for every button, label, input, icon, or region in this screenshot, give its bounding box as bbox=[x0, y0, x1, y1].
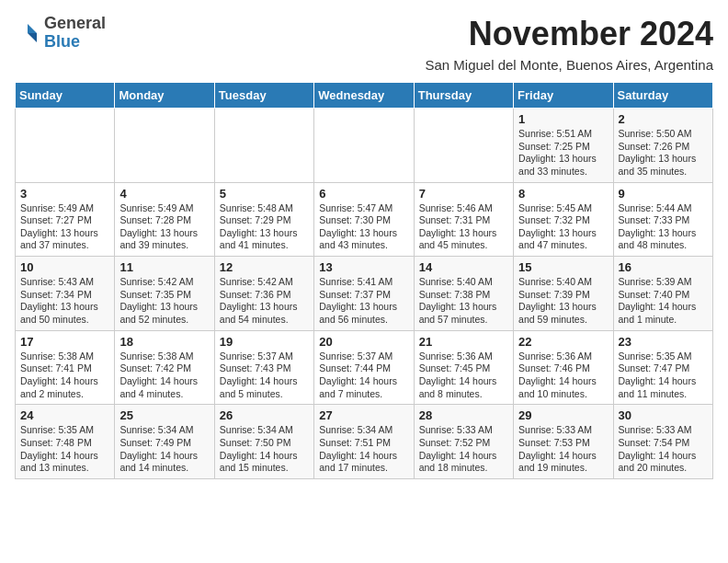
day-info: Sunset: 7:25 PM bbox=[518, 141, 608, 154]
logo-blue: Blue bbox=[44, 33, 106, 52]
day-info: Daylight: 14 hours and 13 minutes. bbox=[20, 450, 109, 475]
day-info: Sunrise: 5:38 AM bbox=[20, 350, 109, 363]
calendar-header: Sunday Monday Tuesday Wednesday Thursday… bbox=[16, 83, 713, 109]
day-number: 8 bbox=[518, 187, 608, 201]
day-number: 1 bbox=[518, 112, 608, 126]
calendar-cell: 16Sunrise: 5:39 AMSunset: 7:40 PMDayligh… bbox=[613, 257, 712, 331]
day-number: 13 bbox=[319, 260, 408, 274]
day-info: Daylight: 14 hours and 11 minutes. bbox=[619, 375, 708, 400]
calendar-cell: 13Sunrise: 5:41 AMSunset: 7:37 PMDayligh… bbox=[314, 257, 414, 331]
day-info: Sunset: 7:32 PM bbox=[518, 214, 608, 227]
calendar-cell bbox=[414, 109, 513, 183]
calendar-cell: 25Sunrise: 5:34 AMSunset: 7:49 PMDayligh… bbox=[115, 405, 214, 479]
header-row: Sunday Monday Tuesday Wednesday Thursday… bbox=[16, 83, 713, 109]
day-number: 18 bbox=[119, 335, 209, 349]
day-info: Sunrise: 5:40 AM bbox=[419, 276, 508, 289]
day-number: 17 bbox=[20, 335, 109, 349]
calendar-cell: 24Sunrise: 5:35 AMSunset: 7:48 PMDayligh… bbox=[16, 405, 115, 479]
day-info: Sunset: 7:36 PM bbox=[220, 289, 309, 302]
day-info: Daylight: 13 hours and 33 minutes. bbox=[518, 153, 608, 178]
calendar-cell: 28Sunrise: 5:33 AMSunset: 7:52 PMDayligh… bbox=[414, 405, 513, 479]
day-number: 5 bbox=[220, 187, 309, 201]
day-info: Sunset: 7:34 PM bbox=[20, 289, 109, 302]
subtitle: San Miguel del Monte, Buenos Aires, Arge… bbox=[15, 57, 713, 73]
col-saturday: Saturday bbox=[613, 83, 712, 109]
calendar-cell bbox=[16, 109, 115, 183]
day-info: Sunrise: 5:35 AM bbox=[20, 424, 109, 437]
logo: General Blue bbox=[15, 15, 106, 52]
day-info: Sunrise: 5:42 AM bbox=[220, 276, 309, 289]
day-info: Sunrise: 5:33 AM bbox=[419, 424, 508, 437]
calendar-cell: 27Sunrise: 5:34 AMSunset: 7:51 PMDayligh… bbox=[314, 405, 414, 479]
day-info: Sunset: 7:44 PM bbox=[319, 362, 408, 375]
day-info: Sunrise: 5:39 AM bbox=[619, 276, 708, 289]
day-info: Sunrise: 5:34 AM bbox=[319, 424, 408, 437]
day-info: Daylight: 14 hours and 19 minutes. bbox=[518, 450, 608, 475]
calendar-cell: 1Sunrise: 5:51 AMSunset: 7:25 PMDaylight… bbox=[514, 109, 613, 183]
day-number: 30 bbox=[619, 408, 708, 422]
day-info: Daylight: 14 hours and 17 minutes. bbox=[319, 450, 408, 475]
day-info: Sunset: 7:35 PM bbox=[119, 289, 209, 302]
day-info: Daylight: 13 hours and 37 minutes. bbox=[20, 227, 109, 252]
day-info: Sunrise: 5:47 AM bbox=[319, 202, 408, 215]
logo-text: General Blue bbox=[44, 15, 106, 52]
day-info: Daylight: 13 hours and 52 minutes. bbox=[119, 301, 209, 326]
day-info: Daylight: 13 hours and 54 minutes. bbox=[220, 301, 309, 326]
calendar-cell: 21Sunrise: 5:36 AMSunset: 7:45 PMDayligh… bbox=[414, 330, 513, 405]
calendar-cell: 7Sunrise: 5:46 AMSunset: 7:31 PMDaylight… bbox=[414, 182, 513, 257]
day-info: Daylight: 14 hours and 15 minutes. bbox=[220, 450, 309, 475]
day-number: 15 bbox=[518, 260, 608, 274]
day-number: 22 bbox=[518, 335, 608, 349]
day-info: Sunrise: 5:33 AM bbox=[619, 424, 708, 437]
calendar-cell: 14Sunrise: 5:40 AMSunset: 7:38 PMDayligh… bbox=[414, 257, 513, 331]
day-info: Sunset: 7:46 PM bbox=[518, 362, 608, 375]
calendar-cell: 22Sunrise: 5:36 AMSunset: 7:46 PMDayligh… bbox=[514, 330, 613, 405]
day-info: Daylight: 13 hours and 59 minutes. bbox=[518, 301, 608, 326]
day-number: 10 bbox=[20, 260, 109, 274]
calendar-cell: 9Sunrise: 5:44 AMSunset: 7:33 PMDaylight… bbox=[613, 182, 712, 257]
day-info: Daylight: 14 hours and 20 minutes. bbox=[619, 450, 708, 475]
col-tuesday: Tuesday bbox=[214, 83, 313, 109]
day-info: Daylight: 13 hours and 47 minutes. bbox=[518, 227, 608, 252]
day-info: Sunrise: 5:51 AM bbox=[518, 128, 608, 141]
day-info: Sunset: 7:53 PM bbox=[518, 437, 608, 450]
calendar-cell: 2Sunrise: 5:50 AMSunset: 7:26 PMDaylight… bbox=[613, 109, 712, 183]
day-info: Sunrise: 5:36 AM bbox=[518, 350, 608, 363]
day-info: Sunrise: 5:49 AM bbox=[119, 202, 209, 215]
calendar-cell: 29Sunrise: 5:33 AMSunset: 7:53 PMDayligh… bbox=[514, 405, 613, 479]
day-info: Daylight: 13 hours and 57 minutes. bbox=[419, 301, 508, 326]
logo-general: General bbox=[44, 15, 106, 33]
calendar-table: Sunday Monday Tuesday Wednesday Thursday… bbox=[15, 82, 713, 479]
day-info: Daylight: 13 hours and 43 minutes. bbox=[319, 227, 408, 252]
calendar-cell: 18Sunrise: 5:38 AMSunset: 7:42 PMDayligh… bbox=[115, 330, 214, 405]
day-info: Sunset: 7:51 PM bbox=[319, 437, 408, 450]
calendar-cell: 20Sunrise: 5:37 AMSunset: 7:44 PMDayligh… bbox=[314, 330, 414, 405]
day-number: 27 bbox=[319, 408, 408, 422]
calendar-body: 1Sunrise: 5:51 AMSunset: 7:25 PMDaylight… bbox=[16, 109, 713, 479]
day-info: Sunset: 7:37 PM bbox=[319, 289, 408, 302]
day-info: Daylight: 14 hours and 10 minutes. bbox=[518, 375, 608, 400]
day-info: Sunset: 7:42 PM bbox=[119, 362, 209, 375]
day-info: Sunset: 7:45 PM bbox=[419, 362, 508, 375]
day-info: Daylight: 13 hours and 56 minutes. bbox=[319, 301, 408, 326]
day-info: Sunset: 7:47 PM bbox=[619, 362, 708, 375]
calendar-week-4: 17Sunrise: 5:38 AMSunset: 7:41 PMDayligh… bbox=[16, 330, 713, 405]
day-info: Daylight: 13 hours and 35 minutes. bbox=[619, 153, 708, 178]
day-info: Daylight: 14 hours and 5 minutes. bbox=[220, 375, 309, 400]
calendar-week-5: 24Sunrise: 5:35 AMSunset: 7:48 PMDayligh… bbox=[16, 405, 713, 479]
day-info: Sunset: 7:43 PM bbox=[220, 362, 309, 375]
day-info: Daylight: 14 hours and 8 minutes. bbox=[419, 375, 508, 400]
calendar-cell: 4Sunrise: 5:49 AMSunset: 7:28 PMDaylight… bbox=[115, 182, 214, 257]
day-info: Daylight: 13 hours and 39 minutes. bbox=[119, 227, 209, 252]
day-info: Sunrise: 5:34 AM bbox=[119, 424, 209, 437]
day-info: Sunrise: 5:44 AM bbox=[619, 202, 708, 215]
calendar-cell: 26Sunrise: 5:34 AMSunset: 7:50 PMDayligh… bbox=[214, 405, 313, 479]
day-number: 6 bbox=[319, 187, 408, 201]
calendar-cell: 10Sunrise: 5:43 AMSunset: 7:34 PMDayligh… bbox=[16, 257, 115, 331]
day-info: Sunrise: 5:37 AM bbox=[220, 350, 309, 363]
day-number: 20 bbox=[319, 335, 408, 349]
day-info: Sunset: 7:48 PM bbox=[20, 437, 109, 450]
day-info: Sunrise: 5:41 AM bbox=[319, 276, 408, 289]
page-container: General Blue November 2024 San Miguel de… bbox=[15, 15, 713, 479]
calendar-cell: 30Sunrise: 5:33 AMSunset: 7:54 PMDayligh… bbox=[613, 405, 712, 479]
